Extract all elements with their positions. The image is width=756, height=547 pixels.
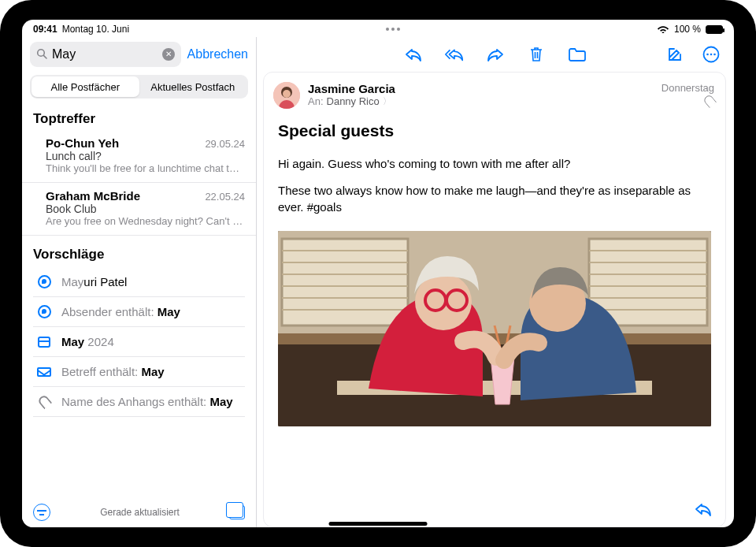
suggestion-sender-contains[interactable]: Absender enthält: May — [33, 297, 245, 327]
svg-point-3 — [706, 54, 709, 56]
mailbox-scope-segment[interactable]: Alle Postfächer Aktuelles Postfach — [30, 75, 248, 99]
search-result[interactable]: Po-Chun Yeh 29.05.24 Lunch call? Think y… — [22, 130, 256, 183]
result-date: 22.05.24 — [205, 191, 245, 203]
sidebar: May ✕ Abbrechen Alle Postfächer Aktuelle… — [22, 37, 257, 527]
message-body: Hi again. Guess who's coming to town wit… — [264, 145, 725, 226]
quick-reply-button[interactable] — [694, 501, 713, 520]
reply-all-button[interactable] — [444, 46, 465, 63]
svg-point-4 — [710, 54, 713, 56]
svg-point-5 — [713, 54, 716, 56]
status-time: 09:41 — [33, 24, 57, 35]
more-button[interactable] — [701, 46, 721, 63]
suggestion-attachment-contains[interactable]: Name des Anhangs enthält: May — [33, 387, 245, 417]
calendar-icon — [36, 337, 52, 348]
result-sender: Graham McBride — [46, 189, 140, 203]
result-sender: Po-Chun Yeh — [46, 136, 119, 150]
segment-current-mailbox[interactable]: Aktuelles Postfach — [139, 76, 247, 97]
trash-button[interactable] — [526, 46, 547, 63]
move-button[interactable] — [567, 46, 587, 63]
filter-button[interactable] — [33, 504, 50, 521]
battery-icon — [706, 25, 723, 34]
result-date: 29.05.24 — [205, 138, 245, 150]
attachment-icon — [36, 396, 52, 407]
status-date: Montag 10. Juni — [62, 24, 129, 35]
result-subject: Book Club — [46, 203, 245, 215]
search-query-text: May — [52, 47, 158, 61]
svg-line-1 — [43, 55, 46, 58]
search-input[interactable]: May ✕ — [30, 42, 181, 67]
mailboxes-button[interactable] — [229, 505, 245, 519]
status-bar: 09:41 Montag 10. Juni 100 % — [22, 20, 734, 37]
sync-status: Gerade aktualisiert — [100, 507, 180, 518]
compose-button[interactable] — [665, 46, 685, 63]
attachment-icon — [702, 94, 717, 108]
message-attachment-image[interactable] — [278, 231, 711, 426]
cancel-search-button[interactable]: Abbrechen — [187, 47, 248, 61]
svg-point-8 — [283, 90, 291, 98]
sender-avatar[interactable] — [273, 82, 300, 109]
person-icon — [36, 305, 52, 318]
message-card: Jasmine Garcia An: Danny Rico 〉 Donnerst… — [263, 72, 726, 527]
mail-icon — [36, 367, 52, 377]
suggestion-person[interactable]: Mayuri Patel — [33, 267, 245, 297]
message-date: Donnerstag — [662, 82, 714, 94]
message-toolbar — [257, 37, 734, 72]
forward-button[interactable] — [485, 46, 506, 63]
multitask-dots[interactable] — [386, 28, 400, 31]
recipient-name[interactable]: Danny Rico — [327, 95, 380, 107]
to-label: An: — [308, 95, 324, 107]
result-preview: Think you'll be free for a lunchtime cha… — [46, 162, 245, 174]
ipad-frame: 09:41 Montag 10. Juni 100 % — [0, 0, 756, 547]
battery-percent: 100 % — [674, 24, 701, 35]
chevron-right-icon[interactable]: 〉 — [383, 95, 391, 107]
suggestion-date[interactable]: May 2024 — [33, 327, 245, 357]
reply-button[interactable] — [403, 46, 424, 63]
result-preview: Are you free on Wednesday night? Can't w… — [46, 215, 245, 227]
person-icon — [36, 275, 52, 288]
suggestion-subject-contains[interactable]: Betreff enthält: May — [33, 357, 245, 387]
segment-all-mailboxes[interactable]: Alle Postfächer — [32, 76, 139, 97]
screen: 09:41 Montag 10. Juni 100 % — [22, 20, 734, 527]
message-pane: Jasmine Garcia An: Danny Rico 〉 Donnerst… — [257, 37, 734, 527]
message-subject: Special guests — [264, 110, 725, 145]
search-result[interactable]: Graham McBride 22.05.24 Book Club Are yo… — [22, 183, 256, 236]
suggestions-heading: Vorschläge — [22, 236, 256, 267]
wifi-icon — [657, 24, 669, 35]
search-icon — [36, 48, 47, 61]
home-indicator[interactable] — [329, 522, 428, 526]
clear-search-icon[interactable]: ✕ — [162, 48, 175, 61]
result-subject: Lunch call? — [46, 150, 245, 162]
top-hits-heading: Toptreffer — [22, 103, 256, 130]
svg-rect-11 — [282, 239, 408, 326]
sender-name[interactable]: Jasmine Garcia — [308, 82, 395, 95]
